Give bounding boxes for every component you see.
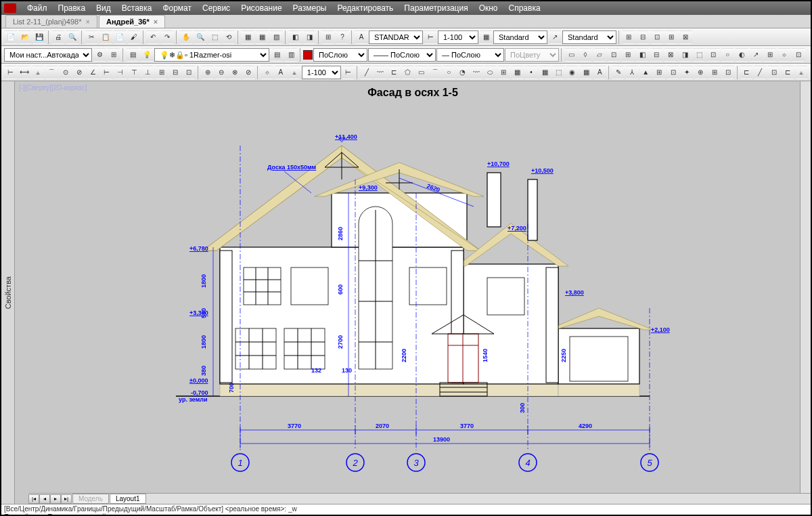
win-btn-5[interactable]: ⊠ xyxy=(679,30,692,44)
props-button[interactable]: ▦ xyxy=(241,30,254,44)
draw-5[interactable]: ▭ xyxy=(415,66,428,79)
ws-btn-2[interactable]: ⊞ xyxy=(107,48,120,62)
draw-7[interactable]: ○ xyxy=(443,66,455,79)
mod2-2[interactable]: ⅄ xyxy=(625,66,638,79)
dim-13[interactable]: ⊟ xyxy=(168,66,181,79)
tab-nav-next[interactable]: ▸ xyxy=(50,494,61,504)
dim-20[interactable]: A xyxy=(274,66,287,79)
dim-19[interactable]: ⟐ xyxy=(261,66,273,79)
mod2-14[interactable]: ⟁ xyxy=(795,66,808,79)
undo-button[interactable]: ↶ xyxy=(146,30,160,44)
menu-window[interactable]: Окно xyxy=(474,3,503,13)
cut-button[interactable]: ✂ xyxy=(85,30,98,44)
dim-15[interactable]: ⊕ xyxy=(201,66,214,79)
dim-22[interactable]: ⊢ xyxy=(342,66,355,79)
draw-1[interactable]: ╱ xyxy=(360,66,373,79)
menu-parametric[interactable]: Параметризация xyxy=(399,3,473,13)
open-button[interactable]: 📂 xyxy=(18,30,32,44)
mod-1[interactable]: ▭ xyxy=(564,48,578,62)
model-tab[interactable]: Модель xyxy=(72,494,109,504)
doc-tab-2[interactable]: Андрей_36*× xyxy=(99,15,165,28)
mod2-1[interactable]: ✎ xyxy=(612,66,625,79)
match-button[interactable]: 🖌 xyxy=(127,30,141,44)
viewport-label[interactable]: [-][Сверху][2D-каркас] xyxy=(19,84,87,91)
color-swatch[interactable] xyxy=(303,50,313,60)
menu-service[interactable]: Сервис xyxy=(197,3,235,13)
dim-16[interactable]: ⊖ xyxy=(215,66,227,79)
save-button[interactable]: 💾 xyxy=(32,30,46,44)
standard-select-1[interactable]: Standard xyxy=(493,30,547,44)
win-btn-2[interactable]: ⊟ xyxy=(636,30,650,44)
preview-button[interactable]: 🔍 xyxy=(66,30,79,44)
properties-panel-tab[interactable]: Свойства xyxy=(1,81,15,504)
linetype-select[interactable]: —— ПоСлою xyxy=(368,48,436,62)
text-style-select[interactable]: STANDARD xyxy=(369,30,423,44)
draw-15[interactable]: ⬚ xyxy=(552,66,565,79)
table-style-icon[interactable]: ▦ xyxy=(479,30,493,44)
dim-14[interactable]: ⊡ xyxy=(183,66,196,79)
menu-help[interactable]: Справка xyxy=(503,3,546,13)
layer-btn-1[interactable]: 💡 xyxy=(140,48,154,62)
draw-3[interactable]: ⊏ xyxy=(388,66,401,79)
dim-4[interactable]: ⌒ xyxy=(45,66,58,79)
mod-15[interactable]: ⊞ xyxy=(763,48,777,62)
dim-6[interactable]: ⊘ xyxy=(72,66,85,79)
mod-16[interactable]: ⟐ xyxy=(777,48,791,62)
draw-14[interactable]: ▦ xyxy=(539,66,551,79)
draw-13[interactable]: • xyxy=(524,66,537,79)
menu-modify[interactable]: Редактировать xyxy=(332,3,399,13)
color-select[interactable]: ПоСлою xyxy=(313,48,367,62)
dim-7[interactable]: ∠ xyxy=(87,66,99,79)
zoom-prev-button[interactable]: ⟲ xyxy=(222,30,235,44)
dim-5[interactable]: ⊙ xyxy=(59,66,72,79)
draw-6[interactable]: ⌒ xyxy=(428,66,441,79)
win-btn-1[interactable]: ⊞ xyxy=(622,30,635,44)
drawing-canvas[interactable]: [-][Сверху][2D-каркас] Фасад в осях 1-5 xyxy=(15,81,811,504)
text-style-icon[interactable]: A xyxy=(355,30,368,44)
win-btn-3[interactable]: ⊡ xyxy=(650,30,664,44)
dim-style-icon[interactable]: ⊢ xyxy=(424,30,437,44)
mod2-13[interactable]: ⊏ xyxy=(781,66,794,79)
draw-8[interactable]: ◔ xyxy=(456,66,469,79)
tool-4[interactable]: ◨ xyxy=(302,30,316,44)
mod2-4[interactable]: ⊞ xyxy=(653,66,666,79)
mod-5[interactable]: ⊞ xyxy=(621,48,635,62)
mod-3[interactable]: ▱ xyxy=(593,48,606,62)
tab-nav-last[interactable]: ▸| xyxy=(61,494,72,504)
mod-2[interactable]: ◊ xyxy=(579,48,592,62)
tool-3[interactable]: ◧ xyxy=(288,30,302,44)
mod-14[interactable]: ↗ xyxy=(749,48,763,62)
zoom-button[interactable]: 🔍 xyxy=(194,30,207,44)
layer-btn-2[interactable]: ▤ xyxy=(270,48,284,62)
layer-select[interactable]: 💡❄🔒▫ 1Razmer-osi xyxy=(154,48,269,62)
print-button[interactable]: 🖨 xyxy=(51,30,65,44)
scrollbar-vertical[interactable] xyxy=(800,81,811,493)
dim-21[interactable]: ⟁ xyxy=(288,66,301,79)
mod2-7[interactable]: ⊕ xyxy=(694,66,707,79)
tool-5[interactable]: ⊞ xyxy=(321,30,335,44)
mod-6[interactable]: ◧ xyxy=(635,48,649,62)
menu-draw[interactable]: Рисование xyxy=(235,3,287,13)
tab-nav-first[interactable]: |◂ xyxy=(28,494,39,504)
close-icon[interactable]: × xyxy=(86,18,90,26)
mleader-icon[interactable]: ↗ xyxy=(548,30,562,44)
dim-9[interactable]: ⊣ xyxy=(114,66,127,79)
menu-file[interactable]: Файл xyxy=(22,3,53,13)
help-button[interactable]: ? xyxy=(336,30,349,44)
dim-1[interactable]: ⊢ xyxy=(4,66,17,79)
layout-tab-1[interactable]: Layout1 xyxy=(110,494,146,504)
menu-edit[interactable]: Правка xyxy=(53,3,91,13)
draw-4[interactable]: ⬠ xyxy=(401,66,414,79)
workspace-select[interactable]: Мои наст...Автокада xyxy=(4,48,92,62)
menu-view[interactable]: Вид xyxy=(91,3,116,13)
dim-17[interactable]: ⊗ xyxy=(228,66,241,79)
mod-17[interactable]: ⊡ xyxy=(792,48,805,62)
draw-10[interactable]: ⬭ xyxy=(484,66,497,79)
zoom-window-button[interactable]: ⬚ xyxy=(208,30,221,44)
dim-11[interactable]: ⊥ xyxy=(141,66,154,79)
layer-btn-3[interactable]: ▥ xyxy=(284,48,298,62)
mod2-9[interactable]: ⊡ xyxy=(721,66,734,79)
mod-10[interactable]: ⬚ xyxy=(692,48,706,62)
menu-dimensions[interactable]: Размеры xyxy=(288,3,332,13)
mod2-10[interactable]: ⊏ xyxy=(740,66,752,79)
